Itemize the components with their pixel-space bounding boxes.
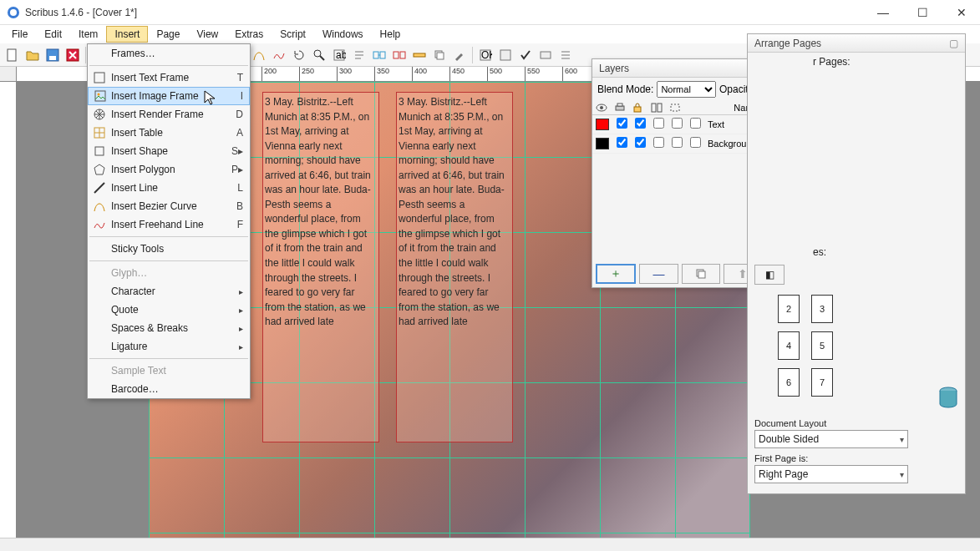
menu-bezier[interactable]: Insert Bezier CurveB — [88, 197, 250, 215]
menu-sample-text[interactable]: Sample Text — [88, 361, 250, 380]
save-icon[interactable] — [43, 46, 62, 64]
close-doc-icon[interactable] — [63, 46, 82, 64]
layer-outline-checkbox[interactable] — [690, 118, 701, 129]
bezier-tool-icon[interactable] — [250, 46, 268, 64]
page-thumbnail[interactable]: 2 — [778, 295, 800, 323]
menu-edit[interactable]: Edit — [36, 26, 70, 43]
layer-print-checkbox[interactable] — [635, 137, 646, 148]
page-thumbnail[interactable]: 4 — [778, 331, 800, 360]
ruler-corner — [0, 67, 17, 82]
pdf-text-icon[interactable] — [496, 46, 515, 64]
page-thumbnail[interactable]: 6 — [778, 368, 800, 397]
pdf-check-icon[interactable] — [516, 46, 535, 64]
measure-tool-icon[interactable] — [410, 46, 429, 64]
first-page-select[interactable]: Right Page — [754, 465, 908, 483]
layer-print-checkbox[interactable] — [635, 118, 646, 129]
page-thumbnail[interactable]: 5 — [811, 331, 833, 360]
page-thumbnail[interactable]: 3 — [811, 295, 833, 323]
menu-freehand[interactable]: Insert Freehand LineF — [88, 215, 250, 234]
text-frame-right[interactable]: 3 May. Bistritz.--Left Munich at 8:35 P.… — [396, 92, 513, 442]
page-nav-button[interactable]: ◧ — [754, 265, 785, 285]
pdf-button-icon[interactable]: OK — [476, 46, 495, 64]
layer-visible-checkbox[interactable] — [617, 118, 627, 129]
copy-props-icon[interactable] — [430, 46, 449, 64]
arrange-pages-panel[interactable]: Arrange Pages ▢ r Pages: es: ◧ 234567 Do… — [747, 33, 966, 494]
body-text: 3 May. Bistritz.--Left Munich at 8:35 P.… — [265, 96, 371, 327]
svg-point-1 — [10, 9, 17, 16]
panel-close-icon[interactable]: ▢ — [949, 38, 958, 49]
svg-rect-54 — [634, 107, 641, 112]
menu-text-frame[interactable]: Insert Text FrameT — [88, 68, 250, 87]
menu-view[interactable]: View — [188, 26, 226, 43]
outline-col-icon — [669, 103, 688, 113]
pdf-list-icon[interactable] — [556, 46, 575, 64]
menu-windows[interactable]: Windows — [314, 26, 372, 43]
menu-ligature[interactable]: Ligature▸ — [88, 337, 250, 356]
text-frame-left[interactable]: 3 May. Bistritz.--Left Munich at 8:35 P.… — [262, 92, 379, 442]
layer-outline-checkbox[interactable] — [690, 137, 701, 148]
svg-rect-25 — [373, 52, 378, 58]
menu-glyph-[interactable]: Glyph… — [88, 264, 250, 282]
shape-icon — [93, 144, 106, 158]
title-bar: Scribus 1.4.6 - [Cover 1*] — ☐ ✕ — [0, 0, 980, 25]
svg-rect-56 — [658, 104, 662, 112]
menu-extras[interactable]: Extras — [226, 26, 272, 43]
minimize-button[interactable]: — — [871, 4, 896, 21]
page-thumbnail[interactable]: 7 — [811, 368, 833, 397]
layer-lock-checkbox[interactable] — [653, 137, 664, 148]
link-frames-icon[interactable] — [370, 46, 388, 64]
menu-table[interactable]: Insert TableA — [88, 124, 250, 142]
svg-rect-29 — [400, 52, 405, 58]
menu-shape[interactable]: Insert ShapeS▸ — [88, 142, 250, 160]
new-doc-icon[interactable] — [3, 46, 22, 64]
layer-color-swatch[interactable] — [596, 138, 609, 149]
remove-layer-button[interactable]: — — [639, 264, 678, 284]
menu-character[interactable]: Character▸ — [88, 282, 250, 301]
menu-render-frame[interactable]: Insert Render FrameD — [88, 105, 250, 124]
layer-flow-checkbox[interactable] — [672, 137, 683, 148]
layer-flow-checkbox[interactable] — [672, 118, 683, 129]
menu-item[interactable]: Item — [70, 26, 106, 43]
menu-image-frame[interactable]: Insert Image FrameI — [88, 87, 250, 105]
svg-rect-30 — [414, 53, 425, 57]
trash-icon[interactable] — [938, 387, 958, 410]
edit-text-icon[interactable] — [350, 46, 368, 64]
menu-quote[interactable]: Quote▸ — [88, 301, 250, 319]
pdf-combo-icon[interactable] — [536, 46, 555, 64]
zoom-tool-icon[interactable] — [310, 46, 328, 64]
open-icon[interactable] — [23, 46, 42, 64]
blend-mode-select[interactable]: Normal — [657, 81, 716, 98]
freehand-tool-icon[interactable] — [270, 46, 288, 64]
menu-file[interactable]: File — [3, 26, 36, 43]
menu-script[interactable]: Script — [272, 26, 314, 43]
rotate-tool-icon[interactable] — [290, 46, 308, 64]
menu-barcode[interactable]: Barcode… — [88, 380, 250, 398]
maximize-button[interactable]: ☐ — [911, 4, 935, 21]
unlink-frames-icon[interactable] — [390, 46, 409, 64]
svg-rect-41 — [95, 91, 105, 101]
menu-spaces-breaks[interactable]: Spaces & Breaks▸ — [88, 319, 250, 337]
eyedropper-icon[interactable] — [450, 46, 469, 64]
doc-layout-select[interactable]: Double Sided — [754, 430, 908, 448]
menu-frames[interactable]: Frames… — [88, 44, 250, 63]
menu-line[interactable]: Insert LineL — [88, 179, 250, 197]
layer-visible-checkbox[interactable] — [617, 137, 627, 148]
svg-rect-36 — [541, 52, 551, 58]
edit-contents-icon[interactable]: ab — [330, 46, 348, 64]
layer-color-swatch[interactable] — [596, 119, 609, 130]
svg-rect-32 — [437, 53, 444, 59]
close-button[interactable]: ✕ — [950, 4, 973, 21]
arrange-pages-title[interactable]: Arrange Pages ▢ — [748, 34, 965, 53]
menu-help[interactable]: Help — [372, 26, 409, 43]
menu-insert[interactable]: Insert — [106, 26, 148, 43]
body-text: 3 May. Bistritz.--Left Munich at 8:35 P.… — [399, 96, 505, 327]
svg-line-19 — [320, 56, 324, 60]
layer-lock-checkbox[interactable] — [653, 118, 664, 129]
add-layer-button[interactable]: ＋ — [596, 264, 636, 284]
duplicate-layer-button[interactable] — [682, 264, 720, 284]
render-frame-icon — [93, 108, 106, 121]
menu-sticky-tools[interactable]: Sticky Tools — [88, 240, 250, 258]
menu-polygon[interactable]: Insert PolygonP▸ — [88, 160, 250, 179]
print-col-icon — [614, 103, 632, 113]
menu-page[interactable]: Page — [148, 26, 188, 43]
